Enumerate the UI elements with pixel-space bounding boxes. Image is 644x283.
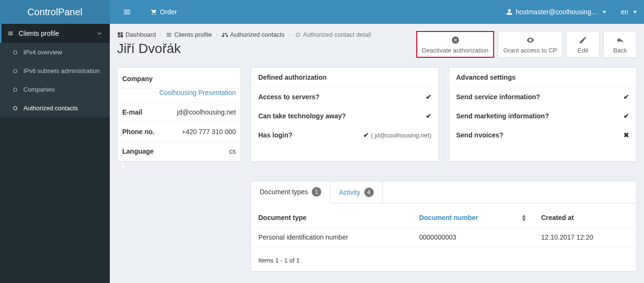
crumb-sep: › [288,31,290,38]
info-language-value: cs [164,142,241,161]
crumb-clients-profile[interactable]: Clients profile [166,31,212,38]
info-phone-label: Phone no. [117,122,164,142]
crumb-authorized-contacts[interactable]: Authorized contacts [222,31,285,38]
adv-service-info-label: Send service information? [456,93,540,101]
circle-icon [12,105,19,112]
tab-documents-label: Document types [260,188,308,196]
brand-logo[interactable]: ControlPanel [0,0,110,24]
nav-user-label: hostmaster@coolhousing… [516,8,598,16]
brand-text: ControlPanel [27,7,83,18]
cross-icon [623,131,629,139]
company-link[interactable]: Coolhousing Presentation [159,89,236,96]
sort-icon: ▲▼ [521,214,527,221]
content-header: Dashboard › Clients profile › Authorized… [117,31,637,58]
bars-icon [123,8,131,16]
circle-icon [295,31,301,38]
check-icon [426,112,432,120]
caret-down-icon [633,11,637,13]
sidebar-sub-clients: IPv4 overview IPv6 subnets administratio… [0,43,110,117]
sidebar-ipv4-label: IPv4 overview [23,49,103,56]
deactivate-label: Deactivate authorization [422,47,488,54]
th-document-type: Document type [251,208,412,228]
nav-lang-label: en [621,8,628,16]
eye-icon [526,36,535,45]
adv-invoices-label: Send nvoices? [456,131,504,139]
nav-order-label: Order [160,8,177,16]
defined-authorization-box: Defined authorization Access to servers?… [251,67,439,162]
times-circle-icon [451,36,460,45]
sidebar-companies-label: Companies [23,86,103,93]
cell-doc-number: 0000000003 [412,228,534,247]
dashboard-icon [117,31,124,38]
crumb-sep: › [216,31,218,38]
contact-info-box: Company Coolhousing Presentation E-mailj… [117,67,241,162]
page-title: Jiří Dvořák [117,41,407,56]
th-created-at: Created at [534,208,636,228]
nav-order[interactable]: Order [143,2,184,21]
check-icon [623,112,629,120]
cell-doc-type: Personal identification number [251,228,412,247]
advanced-title: Advanced settings [449,68,637,87]
sidebar-item-ipv6[interactable]: IPv6 subnets administration [0,62,110,80]
user-icon [506,9,513,15]
check-icon [363,131,369,139]
tab-activity-label: Activity [339,189,360,196]
defined-auth-title: Defined authorization [251,68,439,87]
sidebar: Dashboard Clients profile IPv4 overview … [0,24,110,283]
sidebar-item-authorized-contacts[interactable]: Authorized contacts [0,99,110,117]
list-icon [166,31,172,38]
auth-access-servers-label: Access to servers? [258,93,319,101]
tab-documents-badge: 1 [312,187,321,197]
advanced-settings-box: Advanced settings Send service informati… [449,67,637,162]
table-row: Personal identification number 000000000… [251,228,636,247]
top-navbar: ControlPanel Order hostmaster@coolhousin… [0,0,644,24]
tab-activity-badge: 4 [364,188,374,197]
pencil-icon [579,36,587,45]
sidebar-item-ipv4[interactable]: IPv4 overview [0,43,110,62]
crumb-sep: › [160,31,162,38]
sidebar-item-clients-profile[interactable]: Clients profile [0,24,110,43]
info-email-value: jd@coolhousing.net [164,103,241,122]
nav-user-menu[interactable]: hostmaster@coolhousing… [499,2,613,21]
cell-created-at: 12.10.2017 12:20 [534,228,636,247]
adv-marketing-info-label: Send marketing information? [456,112,549,120]
auth-has-login-extra: ( jd@coolhousing.net) [371,132,432,139]
users-icon [222,31,228,38]
chevron-down-icon [96,30,103,37]
deactivate-authorization-button[interactable]: Deactivate authorization [416,31,494,58]
tab-activity[interactable]: Activity 4 [330,181,382,203]
main-content: Dashboard › Clients profile › Authorized… [110,24,644,283]
tabs: Document types 1 Activity 4 [251,181,636,203]
sidebar-item-companies[interactable]: Companies [0,80,110,99]
edit-button[interactable]: Edit [566,31,600,58]
edit-label: Edit [578,47,588,54]
auth-has-login-label: Has login? [258,131,293,139]
check-icon [426,93,432,101]
back-button[interactable]: Back [603,31,637,58]
info-email-label: E-mail [117,103,164,122]
auth-take-tech-label: Can take technology away? [258,112,346,120]
circle-icon [12,86,19,93]
check-icon [623,93,629,101]
sidebar-clients-profile-label: Clients profile [19,30,96,37]
info-language-label: Language [117,142,164,161]
sidebar-toggle[interactable] [116,3,138,21]
circle-icon [12,49,19,56]
back-label: Back [613,47,627,54]
th-document-number[interactable]: Document number▲▼ [412,208,534,228]
list-icon [7,30,14,37]
grant-access-button[interactable]: Grant access to CP [498,31,562,58]
grant-label: Grant access to CP [503,47,557,54]
tab-document-types[interactable]: Document types 1 [251,181,330,203]
reply-icon [616,36,624,45]
action-buttons: Deactivate authorization Grant access to… [416,31,637,58]
tabs-box: Document types 1 Activity 4 Document typ… [251,181,637,272]
table-footer: Items 1 - 1 of 1 [251,252,636,271]
crumb-dashboard[interactable]: Dashboard [117,31,156,38]
cart-icon [150,9,157,15]
nav-lang-menu[interactable]: en [613,2,644,21]
documents-table: Document type Document number▲▼ Created … [251,208,636,247]
sidebar-ipv6-label: IPv6 subnets administration [23,67,103,74]
info-company-label: Company [117,68,164,89]
crumb-detail: Authorized contact detail [295,31,371,38]
